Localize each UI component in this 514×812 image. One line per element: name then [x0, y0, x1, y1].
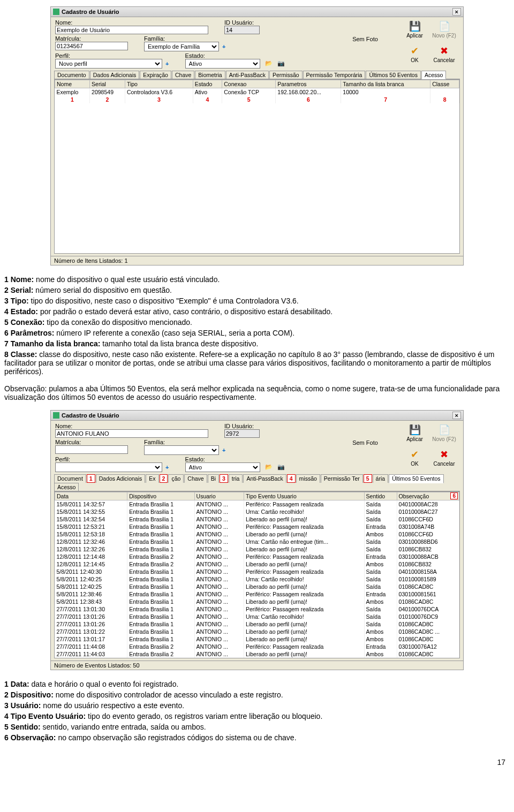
camera-icon[interactable]: 📷 [277, 60, 286, 69]
tab-fragment[interactable]: Permissão Ter [321, 474, 363, 483]
close-icon[interactable]: × [452, 412, 461, 419]
tab-expiração[interactable]: Expiração [140, 71, 171, 79]
table-row[interactable]: 12/8/2011 12:14:45Entrada Brasilia 2ANTO… [55, 560, 459, 568]
tab-fragment[interactable]: Chave [184, 474, 207, 483]
tab-permissão[interactable]: Permissão [269, 71, 303, 79]
folder-icon[interactable]: 📂 [265, 464, 274, 472]
cell: Entrada Brasilia 1 [127, 500, 194, 509]
tab-acesso[interactable]: Acesso [421, 71, 446, 79]
novo-button[interactable]: 📄Novo (F2) [432, 424, 457, 442]
cell: Liberado ao perfil (urna)! [244, 635, 365, 643]
tab-dados-adicionais[interactable]: Dados Adicionais [90, 71, 140, 79]
tab-fragment[interactable]: Ex [146, 474, 158, 483]
col-header[interactable]: Tipo Evento Usuario [244, 492, 365, 500]
tab-biometria[interactable]: Biometria [195, 71, 225, 79]
tab-fragment[interactable]: Anti-PassBack [243, 474, 286, 483]
col-header[interactable]: Tamanho da lista branca [341, 80, 430, 88]
estado-select[interactable]: Ativo [185, 462, 260, 472]
table-row[interactable]: 5/8/2011 12:38:43Entrada Brasilia 1ANTON… [55, 598, 459, 605]
fam-select[interactable]: Exemplo de Família [144, 42, 219, 51]
tab-documento[interactable]: Documento [54, 71, 89, 79]
label-perfil: Perfil: [55, 52, 169, 59]
close-icon[interactable]: × [452, 8, 461, 16]
cell: 15/8/2011 12:53:21 [55, 523, 127, 530]
cell: 15/8/2011 14:32:54 [55, 515, 127, 523]
folder-icon[interactable]: 📂 [265, 60, 274, 69]
add-fam-icon[interactable]: + [221, 43, 225, 50]
aplicar-button[interactable]: 💾Aplicar [403, 424, 427, 442]
cell: 15/8/2011 12:53:18 [55, 530, 127, 538]
col-header[interactable]: Tipo [125, 80, 193, 88]
nome-input[interactable] [55, 429, 208, 438]
tab-fragment[interactable]: Document [54, 474, 86, 483]
cell: Periférico: Passagem realizada [244, 643, 365, 650]
col-header[interactable]: Conexao [222, 80, 276, 88]
novo-button[interactable]: 📄Novo (F2) [432, 20, 457, 39]
table-row[interactable]: 15/8/2011 14:32:54Entrada Brasilia 1ANTO… [55, 515, 459, 523]
tab-últimos-50-eventos[interactable]: Últimos 50 Eventos [366, 71, 420, 79]
add-fam-icon[interactable]: + [221, 447, 225, 453]
estado-select[interactable]: Ativo [185, 59, 260, 69]
table-row[interactable]: 5/8/2011 12:40:30Entrada Brasilia 1ANTON… [55, 568, 459, 575]
ok-button[interactable]: ✔OK [403, 449, 427, 467]
table-row[interactable]: 27/7/2011 13:01:26Entrada Brasilia 1ANTO… [55, 620, 459, 628]
table-row[interactable]: 12/8/2011 12:32:26Entrada Brasilia 1ANTO… [55, 545, 459, 553]
tab-chave[interactable]: Chave [172, 71, 194, 79]
cell: ANTONIO ... [194, 553, 244, 560]
cell: 12/8/2011 12:32:26 [55, 545, 127, 553]
table-row[interactable]: 12/8/2011 12:32:46Entrada Brasilia 1ANTO… [55, 538, 459, 545]
col-header[interactable]: Estado [193, 80, 222, 88]
tab-fragment[interactable]: missão [296, 474, 320, 483]
perfil-select[interactable]: Novo perfil [55, 59, 162, 69]
mat-input[interactable] [55, 42, 128, 50]
col-header[interactable]: Nome [55, 80, 90, 88]
tab-fragment[interactable]: Acesso [54, 483, 79, 491]
add-perfil-icon[interactable]: + [164, 464, 169, 470]
table-row[interactable]: 27/7/2011 13:01:17Entrada Brasilia 1ANTO… [55, 635, 459, 643]
tab-fragment[interactable]: ção [168, 474, 184, 483]
table-row[interactable]: 15/8/2011 12:53:21Entrada Brasilia 1ANTO… [55, 523, 459, 530]
table-row[interactable]: 15/8/2011 12:53:18Entrada Brasilia 1ANTO… [55, 530, 459, 538]
table-row[interactable]: 5/8/2011 12:40:25Entrada Brasilia 1ANTON… [55, 575, 459, 583]
nome-input[interactable] [55, 26, 208, 34]
tab-fragment[interactable]: Bi [208, 474, 219, 483]
table-row[interactable]: 27/7/2011 13:01:22Entrada Brasilia 1ANTO… [55, 628, 459, 635]
cell: Entrada Brasilia 1 [127, 530, 194, 538]
table-row[interactable]: 27/7/2011 13:01:30Entrada Brasilia 1ANTO… [55, 605, 459, 613]
tab-anti-passback[interactable]: Anti-PassBack [226, 71, 269, 79]
col-header[interactable]: Usuario [194, 492, 244, 500]
table-row[interactable]: 12/8/2011 12:14:48Entrada Brasilia 2ANTO… [55, 553, 459, 560]
col-header[interactable]: Parametros [276, 80, 341, 88]
fam-select[interactable] [144, 445, 219, 455]
mat-input[interactable] [55, 445, 128, 454]
col-header[interactable]: Sentido [364, 492, 397, 500]
tab-fragment[interactable]: Últimos 50 Eventos [389, 474, 443, 483]
table-row[interactable]: 27/7/2011 13:01:26Entrada Brasilia 1ANTO… [55, 613, 459, 620]
tab-fragment[interactable]: Dados Adicionais [96, 474, 146, 483]
cell: Urna: Cartão não entregue (tim... [244, 538, 365, 545]
col-header[interactable]: Data [55, 492, 127, 500]
add-perfil-icon[interactable]: + [164, 60, 169, 67]
perfil-select[interactable] [55, 462, 162, 472]
camera-icon[interactable]: 📷 [277, 464, 286, 472]
cancelar-button[interactable]: ✖Cancelar [432, 45, 457, 63]
table-row[interactable]: 27/7/2011 11:44:03Entrada Brasilia 2ANTO… [55, 650, 459, 658]
tab-fragment[interactable]: tria [229, 474, 243, 483]
cancelar-button[interactable]: ✖Cancelar [432, 449, 457, 467]
col-header[interactable]: Classe [430, 80, 459, 88]
red-marker: 6 [450, 492, 458, 499]
table-row[interactable]: 15/8/2011 14:32:57Entrada Brasilia 1ANTO… [55, 500, 459, 509]
red-marker: 2 [90, 96, 125, 103]
table-row[interactable]: 15/8/2011 14:32:55Entrada Brasilia 1ANTO… [55, 508, 459, 515]
ok-button[interactable]: ✔OK [403, 45, 427, 63]
tab-permissão-temporária[interactable]: Permissão Temporária [303, 71, 366, 79]
col-header[interactable]: Dispositivo [127, 492, 194, 500]
tab-fragment[interactable]: ária [373, 474, 389, 483]
table-row[interactable]: 5/8/2011 12:40:25Entrada Brasilia 1ANTON… [55, 583, 459, 590]
col-header[interactable]: Serial [90, 80, 125, 88]
table-row[interactable]: 5/8/2011 12:38:46Entrada Brasilia 1ANTON… [55, 590, 459, 598]
col-header[interactable]: Observação6 [397, 492, 459, 500]
table-row[interactable]: 27/7/2011 11:44:08Entrada Brasilia 2ANTO… [55, 643, 459, 650]
cell: Ambos [364, 598, 397, 605]
aplicar-button[interactable]: 💾Aplicar [403, 20, 427, 39]
